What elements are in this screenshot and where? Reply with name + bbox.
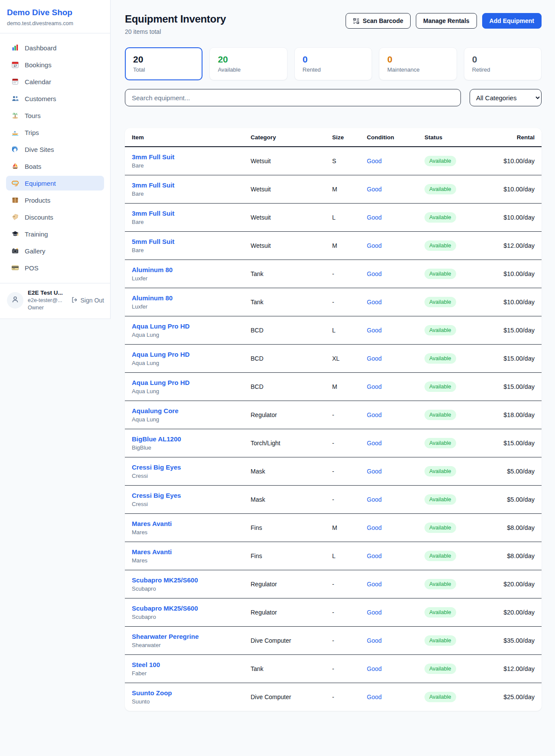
item-condition-link[interactable]: Good	[367, 270, 382, 277]
sidebar-item-pos[interactable]: POS	[6, 260, 104, 275]
table-row: 3mm Full Suit Bare Wetsuit L Good Availa…	[125, 204, 542, 232]
avatar	[7, 292, 23, 309]
item-rental-rate: $8.00/day	[507, 552, 535, 559]
item-condition-link[interactable]: Good	[367, 496, 382, 503]
sidebar-item-label: Tours	[25, 112, 41, 119]
item-name-link[interactable]: Aqua Lung Pro HD	[132, 351, 251, 358]
item-name-link[interactable]: 3mm Full Suit	[132, 181, 251, 189]
item-name-link[interactable]: Aluminum 80	[132, 294, 251, 302]
items-total-subtitle: 20 items total	[125, 28, 226, 35]
item-condition-link[interactable]: Good	[367, 242, 382, 249]
stat-card-available[interactable]: 20 Available	[209, 47, 287, 80]
item-rental-rate: $5.00/day	[507, 468, 535, 475]
stat-card-maintenance[interactable]: 0 Maintenance	[379, 47, 457, 80]
item-category: Regulator	[251, 581, 277, 588]
item-name-link[interactable]: Cressi Big Eyes	[132, 492, 251, 499]
status-badge: Available	[424, 607, 456, 618]
item-condition-link[interactable]: Good	[367, 327, 382, 334]
item-condition-link[interactable]: Good	[367, 299, 382, 306]
sign-out-button[interactable]: Sign Out	[71, 296, 104, 305]
sidebar-item-training[interactable]: Training	[6, 227, 104, 241]
item-size: -	[332, 468, 334, 475]
manage-rentals-button[interactable]: Manage Rentals	[416, 13, 477, 29]
sidebar-item-calendar[interactable]: Calendar	[6, 74, 104, 89]
sidebar-item-gallery[interactable]: Gallery	[6, 243, 104, 258]
item-name-link[interactable]: Suunto Zoop	[132, 689, 251, 697]
table-row: Aluminum 80 Luxfer Tank - Good Available…	[125, 260, 542, 288]
category-filter-select[interactable]: All Categories	[470, 89, 542, 106]
stat-card-rented[interactable]: 0 Rented	[294, 47, 372, 80]
item-condition-link[interactable]: Good	[367, 383, 382, 390]
item-rental-rate: $8.00/day	[507, 524, 535, 531]
item-size: M	[332, 242, 337, 249]
item-name-link[interactable]: Aqua Lung Pro HD	[132, 322, 251, 330]
item-name-link[interactable]: 5mm Full Suit	[132, 238, 251, 245]
stat-card-total[interactable]: 20 Total	[125, 47, 202, 80]
item-name-link[interactable]: BigBlue AL1200	[132, 435, 251, 443]
item-condition-link[interactable]: Good	[367, 524, 382, 531]
sidebar-item-bookings[interactable]: 17 Bookings	[6, 57, 104, 72]
stat-value: 0	[472, 54, 533, 64]
item-condition-link[interactable]: Good	[367, 552, 382, 559]
sidebar-item-boats[interactable]: Boats	[6, 159, 104, 174]
item-name-link[interactable]: Aqualung Core	[132, 407, 251, 414]
stat-label: Total	[133, 66, 194, 73]
sidebar-nav: Dashboard 17 Bookings Calendar Customers…	[0, 33, 110, 283]
table-row: 5mm Full Suit Bare Wetsuit M Good Availa…	[125, 232, 542, 260]
item-brand: Shearwater	[132, 642, 251, 648]
sidebar-item-customers[interactable]: Customers	[6, 91, 104, 106]
sidebar-item-label: Customers	[25, 95, 56, 102]
sidebar-item-equipment[interactable]: Equipment	[6, 176, 104, 191]
item-condition-link[interactable]: Good	[367, 186, 382, 193]
item-condition-link[interactable]: Good	[367, 468, 382, 475]
add-equipment-button[interactable]: Add Equipment	[482, 13, 542, 29]
item-condition-link[interactable]: Good	[367, 581, 382, 588]
item-name-link[interactable]: Scubapro MK25/S600	[132, 576, 251, 584]
item-name-link[interactable]: Mares Avanti	[132, 520, 251, 527]
sidebar-item-label: Equipment	[25, 180, 56, 187]
stat-card-retired[interactable]: 0 Retired	[464, 47, 542, 80]
item-condition-link[interactable]: Good	[367, 694, 382, 700]
item-condition-link[interactable]: Good	[367, 158, 382, 164]
item-name-link[interactable]: Aluminum 80	[132, 266, 251, 273]
item-name-link[interactable]: 3mm Full Suit	[132, 153, 251, 161]
item-name-link[interactable]: Steel 100	[132, 661, 251, 668]
search-input[interactable]	[125, 89, 461, 106]
sidebar-item-products[interactable]: Products	[6, 193, 104, 207]
status-badge: Available	[424, 212, 456, 223]
column-header-item: Item	[125, 128, 251, 147]
column-header-condition: Condition	[367, 128, 424, 147]
item-category: Dive Computer	[251, 694, 291, 700]
item-name-link[interactable]: Mares Avanti	[132, 548, 251, 555]
item-condition-link[interactable]: Good	[367, 609, 382, 616]
item-brand: Faber	[132, 670, 251, 677]
equipment-table-card: ItemCategorySizeConditionStatusRental 3m…	[125, 128, 542, 711]
item-condition-link[interactable]: Good	[367, 214, 382, 221]
scan-barcode-button[interactable]: Scan Barcode	[346, 13, 411, 29]
item-condition-link[interactable]: Good	[367, 411, 382, 418]
item-condition-link[interactable]: Good	[367, 665, 382, 672]
sidebar-item-tours[interactable]: Tours	[6, 108, 104, 123]
item-name-link[interactable]: 3mm Full Suit	[132, 210, 251, 217]
item-condition-link[interactable]: Good	[367, 637, 382, 644]
table-row: Mares Avanti Mares Fins M Good Available…	[125, 514, 542, 542]
sidebar-item-discounts[interactable]: Discounts	[6, 210, 104, 224]
sidebar-item-dashboard[interactable]: Dashboard	[6, 40, 104, 55]
sidebar-item-dive-sites[interactable]: Dive Sites	[6, 142, 104, 157]
wave-icon	[11, 145, 19, 153]
sidebar-item-trips[interactable]: Trips	[6, 125, 104, 140]
item-rental-rate: $20.00/day	[503, 609, 535, 616]
item-name-link[interactable]: Aqua Lung Pro HD	[132, 379, 251, 386]
item-brand: Aqua Lung	[132, 388, 251, 394]
item-condition-link[interactable]: Good	[367, 355, 382, 362]
status-badge: Available	[424, 325, 456, 335]
item-category: Wetsuit	[251, 186, 271, 193]
item-name-link[interactable]: Shearwater Peregrine	[132, 633, 251, 640]
user-email: e2e-tester@...	[28, 297, 63, 304]
item-brand: Mares	[132, 557, 251, 564]
stat-value: 0	[303, 54, 364, 64]
item-name-link[interactable]: Cressi Big Eyes	[132, 463, 251, 471]
item-size: -	[332, 609, 334, 616]
item-name-link[interactable]: Scubapro MK25/S600	[132, 605, 251, 612]
item-condition-link[interactable]: Good	[367, 440, 382, 447]
